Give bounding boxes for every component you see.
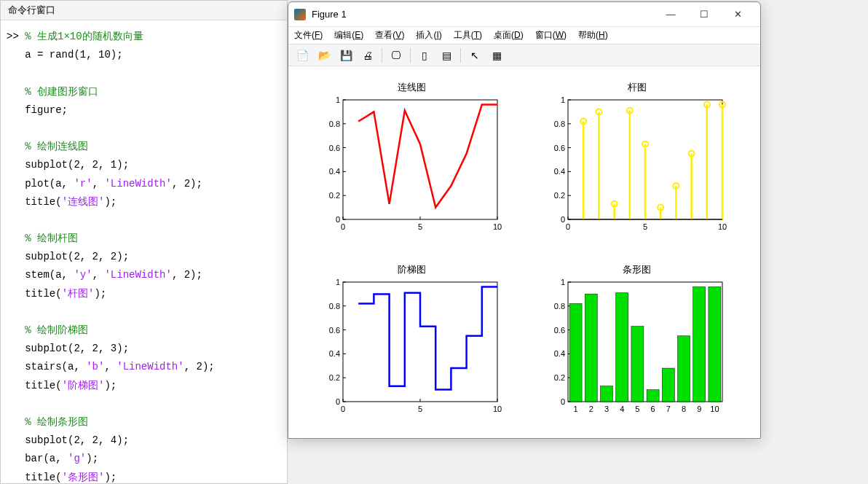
- matlab-icon: [294, 9, 306, 20]
- svg-text:2: 2: [588, 405, 593, 413]
- svg-text:0.4: 0.4: [553, 349, 564, 358]
- svg-text:1: 1: [560, 278, 564, 286]
- toolbar-separator: [410, 48, 411, 63]
- svg-text:0.2: 0.2: [328, 191, 339, 200]
- svg-text:0.2: 0.2: [553, 191, 564, 200]
- svg-text:0.8: 0.8: [553, 302, 564, 311]
- subplot-bar: 条形图 00.20.40.60.8112345678910: [535, 263, 738, 424]
- svg-text:10: 10: [492, 222, 501, 231]
- command-window-title: 命令行窗口: [1, 1, 287, 20]
- figure-titlebar[interactable]: Figure 1 — ☐ ✕: [288, 2, 760, 27]
- svg-text:0.2: 0.2: [328, 373, 339, 382]
- svg-text:5: 5: [642, 222, 647, 231]
- svg-text:1: 1: [335, 278, 339, 286]
- svg-text:0: 0: [565, 222, 569, 231]
- subplot-stairs: 阶梯图 00.20.40.60.810510: [310, 263, 513, 424]
- subplot-title: 条形图: [623, 263, 651, 276]
- svg-text:7: 7: [666, 405, 670, 413]
- svg-text:0: 0: [335, 215, 339, 224]
- toolbar: 📄 📂 💾 🖨 🖵 ▯ ▤ ↖ ▦: [288, 44, 760, 66]
- toolbar-separator: [460, 48, 461, 63]
- svg-text:10: 10: [717, 222, 726, 231]
- svg-text:0.8: 0.8: [328, 302, 339, 311]
- svg-rect-0: [343, 100, 497, 219]
- menu-item[interactable]: 桌面(D): [494, 29, 524, 42]
- svg-text:0.6: 0.6: [553, 326, 564, 335]
- svg-text:0: 0: [340, 405, 344, 413]
- screenshot-icon[interactable]: 🖵: [388, 47, 404, 63]
- close-button[interactable]: ✕: [721, 4, 754, 25]
- svg-text:0: 0: [560, 397, 564, 406]
- subplot-line: 连线图 00.20.40.60.810510: [310, 81, 513, 241]
- svg-rect-117: [662, 368, 674, 402]
- subplot-title: 杆图: [628, 81, 647, 94]
- svg-text:9: 9: [697, 405, 701, 413]
- svg-rect-120: [708, 287, 720, 402]
- data-cursor-icon[interactable]: ▯: [417, 47, 433, 63]
- maximize-button[interactable]: ☐: [687, 4, 721, 25]
- svg-text:5: 5: [417, 222, 422, 231]
- menu-item[interactable]: 查看(V): [375, 29, 404, 42]
- svg-rect-116: [647, 390, 659, 402]
- command-window-body[interactable]: >> % 生成1×10的随机数向量 a = rand(1, 10); % 创建图…: [1, 20, 287, 484]
- svg-text:4: 4: [620, 405, 624, 413]
- svg-text:10: 10: [710, 405, 719, 413]
- figure-title: Figure 1: [312, 9, 654, 20]
- svg-text:0.8: 0.8: [553, 120, 564, 128]
- svg-rect-114: [615, 293, 628, 402]
- figure-window: Figure 1 — ☐ ✕ 文件(F)编辑(E)查看(V)插入(I)工具(T)…: [288, 1, 761, 439]
- menu-item[interactable]: 文件(F): [294, 29, 323, 42]
- svg-text:1: 1: [335, 95, 339, 104]
- subplot-title: 连线图: [398, 81, 426, 94]
- svg-text:0.2: 0.2: [553, 373, 564, 382]
- svg-text:0: 0: [560, 215, 564, 224]
- svg-rect-115: [631, 327, 643, 402]
- svg-text:5: 5: [417, 405, 422, 413]
- svg-rect-111: [569, 304, 582, 402]
- new-figure-icon[interactable]: 📄: [294, 47, 310, 63]
- svg-rect-119: [693, 287, 705, 402]
- svg-rect-112: [585, 294, 597, 402]
- svg-text:0.6: 0.6: [328, 144, 339, 152]
- menu-item[interactable]: 插入(I): [416, 29, 441, 42]
- command-window: 命令行窗口 >> % 生成1×10的随机数向量 a = rand(1, 10);…: [0, 0, 288, 484]
- plots-area: 连线图 00.20.40.60.810510 杆图 00.20.40.60.81…: [288, 66, 760, 438]
- open-icon[interactable]: 📂: [316, 47, 332, 63]
- subplot-title: 阶梯图: [398, 263, 426, 276]
- svg-text:3: 3: [604, 405, 608, 413]
- axes-line[interactable]: 00.20.40.60.810510: [321, 95, 503, 234]
- svg-text:0.6: 0.6: [328, 326, 339, 335]
- subplot-stem: 杆图 00.20.40.60.810510: [535, 81, 738, 241]
- svg-text:0: 0: [335, 397, 339, 406]
- svg-text:0.8: 0.8: [328, 120, 339, 128]
- menu-item[interactable]: 帮助(H): [578, 29, 608, 42]
- svg-text:8: 8: [681, 405, 685, 413]
- svg-text:1: 1: [560, 95, 564, 104]
- colorbar-icon[interactable]: ▤: [438, 47, 454, 63]
- svg-text:0.4: 0.4: [553, 167, 564, 176]
- svg-text:0.6: 0.6: [553, 144, 564, 152]
- minimize-button[interactable]: —: [654, 4, 687, 25]
- menu-item[interactable]: 窗口(W): [535, 29, 567, 42]
- svg-rect-118: [677, 336, 690, 402]
- svg-text:1: 1: [573, 405, 577, 413]
- toolbar-separator: [382, 48, 382, 63]
- axes-bar[interactable]: 00.20.40.60.8112345678910: [546, 278, 728, 416]
- menu-bar: 文件(F)编辑(E)查看(V)插入(I)工具(T)桌面(D)窗口(W)帮助(H): [288, 27, 760, 44]
- pointer-icon[interactable]: ↖: [467, 47, 483, 63]
- svg-text:0: 0: [340, 222, 344, 231]
- svg-text:0.4: 0.4: [328, 349, 339, 358]
- svg-text:6: 6: [650, 405, 655, 413]
- print-icon[interactable]: 🖨: [360, 47, 376, 63]
- legend-icon[interactable]: ▦: [489, 47, 505, 63]
- save-icon[interactable]: 💾: [338, 47, 354, 63]
- menu-item[interactable]: 工具(T): [454, 29, 482, 42]
- svg-text:0.4: 0.4: [328, 167, 339, 176]
- axes-stairs[interactable]: 00.20.40.60.810510: [321, 278, 503, 416]
- svg-text:10: 10: [492, 405, 501, 413]
- svg-rect-113: [600, 386, 612, 402]
- svg-text:5: 5: [635, 405, 639, 413]
- menu-item[interactable]: 编辑(E): [334, 29, 363, 42]
- axes-stem[interactable]: 00.20.40.60.810510: [546, 95, 728, 234]
